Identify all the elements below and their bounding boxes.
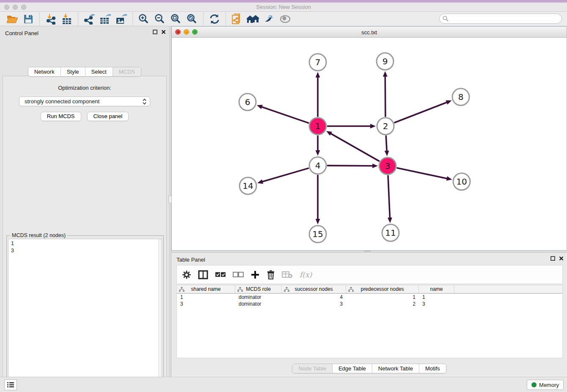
column-header-name[interactable]: name [419, 285, 454, 293]
edge-4-14[interactable] [262, 168, 309, 182]
graph-node-label: 11 [385, 228, 396, 238]
edge-arrowhead [388, 218, 392, 223]
tab-network-table[interactable]: Network Table [372, 364, 419, 373]
float-panel-icon[interactable] [550, 256, 555, 261]
select-all-columns-icon[interactable] [215, 271, 226, 278]
edge-2-8[interactable] [394, 102, 448, 123]
edge-4-3[interactable] [327, 166, 373, 166]
delete-column-trash-icon[interactable] [267, 270, 275, 280]
table-header-row[interactable]: shared nameMCDS rolesuccessor nodesprede… [177, 285, 562, 294]
hide-selected-eye-icon[interactable] [277, 12, 293, 26]
tab-motifs[interactable]: Motifs [419, 364, 446, 373]
table-cell[interactable]: 2 [346, 301, 419, 307]
memory-label: Memory [539, 382, 559, 388]
edge-arrowhead [316, 72, 320, 77]
column-header-successor-nodes[interactable]: successor nodes [282, 285, 346, 293]
toolbar-separator [39, 13, 40, 25]
table-row[interactable]: 3dominator323 [177, 301, 562, 307]
clone-network-icon[interactable] [229, 12, 245, 26]
task-list-icon [7, 382, 14, 388]
close-panel-icon[interactable] [559, 256, 564, 261]
edge-3-1[interactable] [330, 133, 380, 161]
edge-2-3[interactable] [386, 135, 387, 152]
titlebar-accent [0, 0, 567, 3]
column-header-filler [454, 285, 562, 293]
table-cell[interactable]: dominator [235, 294, 282, 301]
graph-node-label: 14 [242, 181, 253, 191]
close-panel-button[interactable]: Close panel [87, 112, 129, 121]
edge-arrowhead [257, 179, 263, 184]
import-table-icon[interactable] [59, 12, 75, 26]
edge-3-10[interactable] [397, 168, 448, 179]
control-panel: Control Panel NetworkStyleSelectMCDS Opt… [0, 26, 169, 377]
unselect-all-columns-icon[interactable] [233, 271, 244, 278]
network-canvas-svg[interactable]: 7968124314101511 [172, 38, 567, 250]
table-cell[interactable]: 1 [346, 294, 419, 301]
network-window-titlebar[interactable]: ✕ − ＋ scc.txt [172, 27, 567, 38]
function-builder-icon-disabled: f(x) [300, 271, 312, 279]
save-session-icon[interactable] [20, 12, 36, 26]
open-folder-icon[interactable] [4, 12, 20, 26]
edge-arrowhead [316, 150, 320, 156]
node-table[interactable]: shared nameMCDS rolesuccessor nodesprede… [176, 285, 563, 358]
close-panel-icon[interactable] [161, 30, 166, 34]
mcds-result-text[interactable]: 13 [8, 239, 162, 392]
edge-1-6[interactable] [261, 107, 309, 123]
export-network-icon[interactable] [81, 12, 97, 26]
graph-node-label: 4 [315, 160, 321, 171]
float-panel-icon[interactable] [153, 30, 157, 34]
zoom-in-icon[interactable] [136, 12, 152, 26]
edge-arrowhead [257, 105, 263, 109]
toolbar-separator [132, 13, 133, 25]
table-cell[interactable]: 3 [419, 301, 454, 307]
toolbar-separator [226, 13, 226, 25]
tab-select[interactable]: Select [85, 67, 113, 76]
zoom-selected-icon[interactable] [184, 12, 200, 26]
search-input[interactable] [439, 14, 562, 24]
create-column-plus-icon[interactable] [250, 270, 260, 279]
export-image-icon[interactable] [113, 12, 129, 26]
memory-status-icon [531, 382, 537, 387]
import-network-icon[interactable] [43, 12, 59, 26]
table-row[interactable]: 1dominator411 [177, 294, 562, 301]
graph-node-label: 9 [383, 56, 388, 66]
edge-arrowhead [385, 151, 389, 156]
table-settings-gear-icon[interactable] [182, 270, 191, 279]
main-toolbar [0, 12, 567, 26]
refresh-layout-icon[interactable] [206, 12, 223, 26]
optimization-criterion-dropdown[interactable]: strongly connected component [19, 97, 150, 106]
tab-node-table[interactable]: Node Table [292, 364, 333, 373]
run-mcds-button[interactable]: Run MCDS [41, 112, 81, 121]
optimization-criterion-label: Optimization criterion: [3, 85, 166, 91]
result-scrollbar[interactable] [158, 239, 162, 392]
show-columns-icon[interactable] [198, 270, 208, 279]
column-header-MCDS-role[interactable]: MCDS role [235, 285, 282, 293]
task-history-button[interactable] [4, 379, 17, 390]
edge-3-11[interactable] [388, 175, 390, 218]
edge-2-9[interactable] [385, 76, 385, 117]
table-cell[interactable]: 1 [419, 294, 454, 301]
table-cell[interactable]: dominator [235, 301, 282, 307]
first-neighbors-icon[interactable] [245, 12, 261, 26]
export-table-icon[interactable] [97, 12, 113, 26]
memory-button[interactable]: Memory [527, 380, 564, 390]
network-view-window: ✕ − ＋ scc.txt 7968124314101511 [171, 26, 567, 251]
table-cell[interactable]: 3 [177, 301, 235, 307]
column-header-predecessor-nodes[interactable]: predecessor nodes [346, 285, 419, 293]
status-bar: Memory [0, 377, 567, 392]
table-cell[interactable]: 3 [282, 301, 346, 307]
table-cell[interactable]: 1 [177, 294, 235, 301]
search-box[interactable] [439, 14, 562, 24]
table-cell[interactable]: 4 [282, 294, 346, 301]
splitter-grip[interactable] [364, 251, 371, 252]
tab-mcds[interactable]: MCDS [113, 67, 141, 76]
tab-edge-table[interactable]: Edge Table [333, 364, 372, 373]
session-title: Session: New Session [0, 4, 567, 10]
tab-network[interactable]: Network [28, 67, 61, 76]
zoom-fit-icon[interactable] [168, 12, 184, 26]
column-header-shared-name[interactable]: shared name [177, 285, 235, 293]
network-canvas[interactable]: 7968124314101511 [172, 38, 567, 250]
show-hide-graphics-details-icon[interactable] [261, 12, 277, 26]
tab-style[interactable]: Style [61, 67, 85, 76]
zoom-out-icon[interactable] [152, 12, 168, 26]
